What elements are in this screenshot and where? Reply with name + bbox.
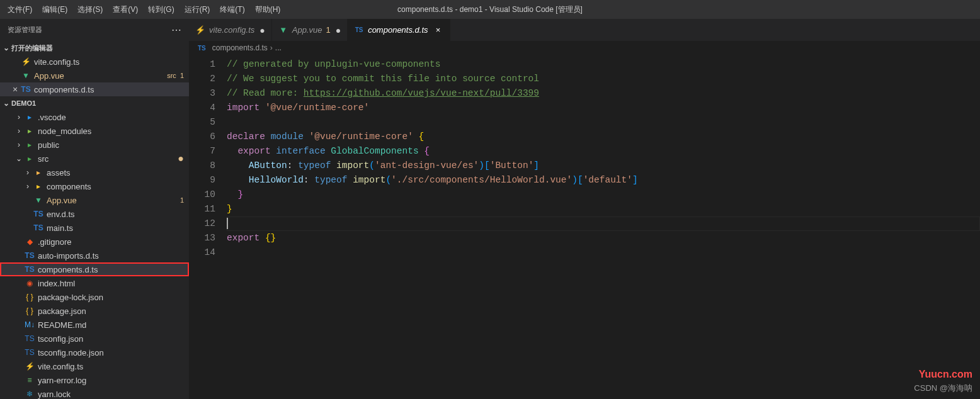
menu-item[interactable]: 查看(V) [108, 1, 143, 19]
code-line[interactable]: HelloWorld: typeof import('./src/compone… [227, 173, 980, 188]
explorer-sidebar: 资源管理器 ⋯ ⌄ 打开的编辑器 ⚡vite.config.ts ▼App.vu… [0, 19, 189, 399]
tsconf-icon: TS [24, 334, 35, 343]
code-line[interactable]: export interface GlobalComponents { [227, 144, 980, 159]
tab-mod-badge: 1 [326, 25, 330, 35]
project-header[interactable]: ⌄ DEMO1 [0, 96, 189, 110]
code-line[interactable]: // generated by unplugin-vue-components [227, 57, 980, 72]
menu-item[interactable]: 终端(T) [215, 1, 249, 19]
file-item[interactable]: ≡yarn-error.log [0, 373, 189, 387]
code-line[interactable]: // Read more: https://github.com/vuejs/v… [227, 86, 980, 101]
folder-item[interactable]: ›▸public [0, 138, 189, 152]
editor-tab[interactable]: TScomponents.d.ts× [348, 19, 450, 41]
close-icon[interactable]: × [433, 25, 443, 35]
folder-vsc-icon: ▸ [24, 113, 35, 121]
file-label: vite.config.ts [34, 57, 184, 67]
editor-tab[interactable]: ⚡vite.config.ts● [189, 19, 272, 41]
file-item[interactable]: TSmain.ts [0, 221, 189, 235]
file-item[interactable]: ◆.gitignore [0, 235, 189, 249]
titlebar: 文件(F)编辑(E)选择(S)查看(V)转到(G)运行(R)终端(T)帮助(H)… [0, 0, 980, 19]
item-label: auto-imports.d.ts [38, 251, 184, 261]
code-line[interactable] [227, 216, 980, 231]
file-item[interactable]: { }package.json [0, 304, 189, 318]
item-label: assets [47, 168, 184, 177]
file-label: App.vue [34, 71, 163, 81]
menu-item[interactable]: 运行(R) [179, 1, 215, 19]
log-icon: ≡ [24, 376, 35, 385]
code-line[interactable]: export {} [227, 231, 980, 245]
code-line[interactable]: AButton: typeof import('ant-design-vue/e… [227, 159, 980, 173]
file-label: components.d.ts [34, 85, 184, 94]
file-item[interactable]: TScomponents.d.ts [0, 262, 189, 276]
open-editor-item[interactable]: ▼App.vuesrc1 [0, 69, 189, 82]
code-line[interactable]: // We suggest you to commit this file in… [227, 72, 980, 86]
window-title: components.d.ts - demo1 - Visual Studio … [397, 4, 583, 15]
editor-tab[interactable]: ▼App.vue1● [272, 19, 348, 41]
menu-item[interactable]: 选择(S) [72, 1, 108, 19]
tab-label: components.d.ts [368, 25, 428, 35]
watermark-bottom: CSDN @海海呐 [914, 383, 972, 394]
menu-item[interactable]: 帮助(H) [250, 1, 286, 19]
item-label: yarn.lock [38, 390, 184, 399]
md-icon: M↓ [24, 320, 35, 329]
code-line[interactable] [227, 115, 980, 130]
item-label: App.vue [47, 196, 176, 205]
folder-item[interactable]: ›▸assets [0, 166, 189, 179]
file-item[interactable]: ⚡vite.config.ts [0, 359, 189, 373]
code-editor[interactable]: 1234567891011121314 // generated by unpl… [189, 55, 980, 399]
folder-ass-icon: ▸ [33, 168, 44, 177]
watermark-top: Yuucn.com [919, 369, 972, 380]
file-item[interactable]: ❄yarn.lock [0, 387, 189, 399]
chevron-icon: › [14, 113, 24, 121]
file-item[interactable]: M↓README.md [0, 318, 189, 332]
ts-icon: TS [24, 251, 35, 260]
close-icon[interactable]: × [10, 84, 20, 94]
menu-item[interactable]: 转到(G) [143, 1, 179, 19]
folder-nm-icon: ▸ [24, 126, 35, 135]
file-item[interactable]: TStsconfig.json [0, 332, 189, 346]
yarn-icon: ❄ [24, 390, 35, 398]
code-line[interactable]: import '@vue/runtime-core' [227, 101, 980, 115]
file-item[interactable]: TSenv.d.ts [0, 207, 189, 221]
code-lines[interactable]: // generated by unplugin-vue-components/… [227, 57, 980, 399]
breadcrumb[interactable]: TS components.d.ts › ... [189, 41, 980, 55]
open-editor-item[interactable]: ⚡vite.config.ts [0, 55, 189, 69]
code-line[interactable]: } [227, 188, 980, 202]
item-label: components.d.ts [38, 265, 184, 274]
folder-pub-icon: ▸ [24, 140, 35, 149]
ts-icon: TS [24, 265, 35, 274]
menu-item[interactable]: 文件(F) [3, 1, 37, 19]
menu-bar: 文件(F)编辑(E)选择(S)查看(V)转到(G)运行(R)终端(T)帮助(H) [0, 1, 285, 19]
folder-item[interactable]: ›▸node_modules [0, 124, 189, 138]
code-line[interactable]: } [227, 202, 980, 216]
code-line[interactable]: declare module '@vue/runtime-core' { [227, 130, 980, 144]
item-label: components [47, 182, 184, 191]
chevron-down-icon: ⌄ [1, 43, 11, 52]
folder-item[interactable]: ⌄▸src● [0, 152, 189, 166]
unsaved-dot-icon: ● [259, 25, 265, 35]
explorer-title: 资源管理器 [8, 25, 42, 35]
code-line[interactable] [227, 245, 980, 260]
vite-icon: ⚡ [20, 57, 31, 66]
unsaved-dot-icon: ● [336, 25, 341, 35]
line-gutter: 1234567891011121314 [189, 57, 227, 399]
open-editors-header[interactable]: ⌄ 打开的编辑器 [0, 41, 189, 55]
chevron-icon: › [14, 126, 24, 135]
ts-icon: TS [198, 45, 206, 52]
item-label: yarn-error.log [38, 376, 184, 385]
item-label: .vscode [38, 113, 184, 122]
file-item[interactable]: ◉index.html [0, 276, 189, 290]
breadcrumb-rest: ... [275, 43, 282, 52]
folder-item[interactable]: ›▸components [0, 179, 189, 193]
file-item[interactable]: TSauto-imports.d.ts [0, 249, 189, 262]
file-item[interactable]: TStsconfig.node.json [0, 346, 189, 359]
open-editor-item[interactable]: ×TScomponents.d.ts [0, 82, 189, 96]
explorer-header: 资源管理器 ⋯ [0, 19, 189, 41]
file-item[interactable]: { }package-lock.json [0, 290, 189, 304]
chevron-icon: ⌄ [14, 154, 24, 163]
file-item[interactable]: ▼App.vue1 [0, 193, 189, 207]
menu-item[interactable]: 编辑(E) [37, 1, 72, 19]
more-actions-icon[interactable]: ⋯ [171, 24, 181, 36]
folder-item[interactable]: ›▸.vscode [0, 110, 189, 124]
mod-count: 1 [180, 72, 184, 79]
editor-area: ⚡vite.config.ts●▼App.vue1●TScomponents.d… [189, 19, 980, 399]
